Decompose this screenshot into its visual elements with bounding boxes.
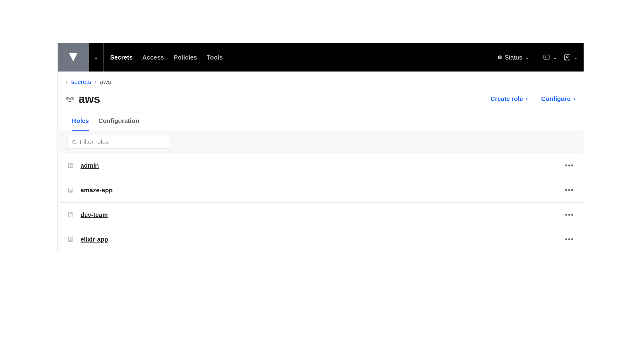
breadcrumb-current: aws — [100, 78, 111, 86]
user-square-icon — [67, 236, 74, 243]
nav-policies[interactable]: Policies — [174, 54, 197, 61]
chevron-down-icon: ⌄ — [574, 54, 578, 60]
svg-point-8 — [70, 189, 71, 190]
svg-point-6 — [70, 164, 71, 166]
vault-logo[interactable] — [58, 43, 89, 72]
filter-roles-input[interactable] — [80, 138, 166, 146]
create-role-button[interactable]: Create role › — [490, 95, 528, 102]
page-header: aws ⌣ aws Create role › Configure › — [58, 88, 583, 112]
tabs: Roles Configuration — [59, 112, 583, 131]
chevron-left-icon: ‹ — [66, 78, 68, 86]
chevron-down-icon: ⌄ — [94, 54, 98, 60]
role-list: admin ••• amaze-app ••• dev-team ••• eli… — [59, 153, 583, 252]
page-actions: Create role › Configure › — [490, 95, 575, 102]
status-indicator-icon — [498, 56, 502, 59]
role-actions-menu[interactable]: ••• — [565, 162, 574, 170]
role-actions-menu[interactable]: ••• — [565, 235, 574, 244]
chevron-left-icon: ‹ — [95, 78, 97, 86]
search-icon — [71, 139, 77, 145]
filter-input-wrap[interactable] — [67, 135, 170, 149]
role-link[interactable]: elixir-app — [81, 236, 108, 243]
content-panel: Roles Configuration admin ••• amaze-app … — [59, 112, 583, 252]
breadcrumb: ‹ secrets ‹ aws — [58, 72, 583, 88]
role-link[interactable]: admin — [81, 162, 99, 169]
nav-secrets[interactable]: Secrets — [110, 54, 133, 61]
filter-bar — [59, 131, 583, 153]
role-link[interactable]: amaze-app — [81, 186, 113, 194]
console-menu[interactable]: ⌄ — [543, 54, 557, 61]
svg-point-10 — [70, 214, 71, 215]
user-square-icon — [67, 212, 74, 218]
topbar-right: Status ⌄ ⌄ ⌄ — [498, 52, 578, 64]
app-shell: ⌄ Secrets Access Policies Tools Status ⌄… — [58, 43, 584, 252]
nav-links: Secrets Access Policies Tools — [110, 54, 223, 61]
status-menu[interactable]: Status ⌄ — [498, 54, 529, 61]
user-square-icon — [67, 187, 74, 194]
separator — [536, 52, 536, 64]
role-link[interactable]: dev-team — [81, 211, 108, 218]
svg-point-12 — [70, 238, 71, 240]
aws-icon: aws ⌣ — [66, 96, 75, 102]
svg-line-4 — [75, 143, 76, 144]
role-row: dev-team ••• — [59, 202, 583, 227]
user-menu[interactable]: ⌄ — [564, 54, 578, 61]
configure-button[interactable]: Configure › — [541, 95, 575, 102]
role-actions-menu[interactable]: ••• — [565, 211, 574, 219]
tab-configuration[interactable]: Configuration — [98, 117, 139, 130]
user-icon — [564, 54, 571, 61]
role-row: admin ••• — [59, 153, 583, 178]
svg-rect-0 — [544, 55, 549, 59]
namespace-dropdown[interactable]: ⌄ — [89, 43, 104, 72]
breadcrumb-secrets[interactable]: secrets — [71, 78, 91, 86]
role-row: amaze-app ••• — [59, 178, 583, 202]
terminal-icon — [543, 54, 550, 61]
role-actions-menu[interactable]: ••• — [565, 186, 574, 194]
role-row: elixir-app ••• — [59, 227, 583, 252]
page-title-group: aws ⌣ aws — [66, 92, 100, 106]
chevron-down-icon: ⌄ — [525, 54, 529, 60]
chevron-right-icon: › — [573, 96, 575, 102]
chevron-down-icon: ⌄ — [553, 54, 557, 60]
tab-roles[interactable]: Roles — [72, 117, 89, 130]
user-square-icon — [67, 162, 74, 169]
create-role-label: Create role — [490, 95, 523, 102]
nav-tools[interactable]: Tools — [207, 54, 223, 61]
topbar: ⌄ Secrets Access Policies Tools Status ⌄… — [58, 43, 583, 72]
page-title: aws — [79, 92, 100, 106]
svg-point-2 — [566, 56, 568, 58]
status-label: Status — [505, 54, 522, 61]
nav-access[interactable]: Access — [142, 54, 164, 61]
configure-label: Configure — [541, 95, 571, 102]
chevron-right-icon: › — [526, 96, 528, 102]
svg-point-3 — [72, 140, 75, 143]
